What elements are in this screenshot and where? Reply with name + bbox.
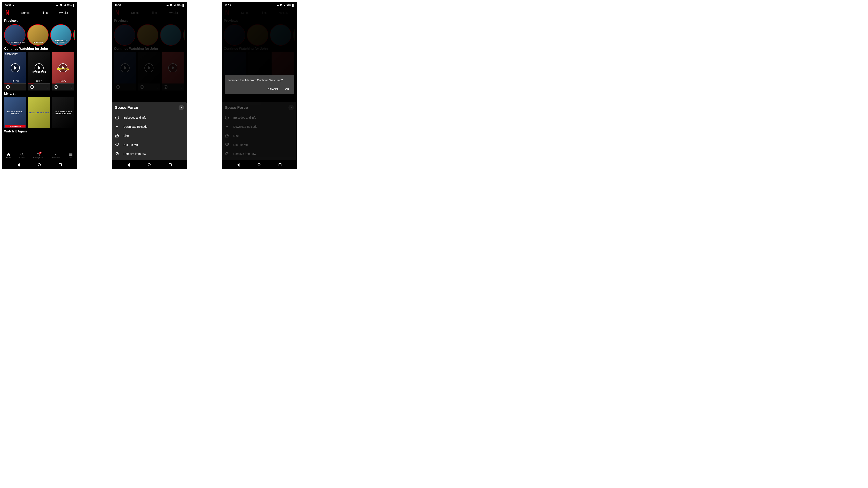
previews-section: Previews PEOPLE JUST DO NOTHING F is for…	[2, 18, 77, 46]
svg-rect-2	[37, 154, 40, 156]
download-icon	[54, 152, 58, 157]
sys-back-button[interactable]	[237, 163, 240, 167]
system-nav	[112, 161, 187, 169]
signal-icon	[173, 4, 176, 7]
thumbs-up-icon	[115, 133, 119, 138]
sys-home-button[interactable]	[38, 163, 41, 166]
vibrate-icon	[166, 4, 169, 7]
my-list-section: My List PEOPLE JUST DO NOTHING NEW EPISO…	[2, 91, 77, 128]
nav-search[interactable]: Search	[19, 152, 25, 159]
nav-my-list[interactable]: My List	[59, 11, 68, 14]
sys-home-button[interactable]	[257, 163, 260, 166]
vibrate-icon	[276, 4, 279, 7]
status-time: 10:59	[115, 4, 121, 7]
netflix-logo: N	[113, 8, 121, 17]
confirm-dialog: Remove this title from Continue Watching…	[225, 75, 294, 94]
poster-item[interactable]: BROOKLYN NINE-NINE	[28, 97, 50, 128]
remove-icon	[115, 152, 119, 156]
battery-icon	[292, 4, 294, 7]
status-bar: 10:59 92%	[2, 2, 77, 8]
phone-screen-home: 10:59 92% N Series Films My List Preview…	[2, 2, 77, 169]
cw-poster[interactable]: COMMUNITY S5:E13	[4, 52, 26, 84]
preview-item[interactable]: PEOPLE JUST DO NOTHING	[4, 24, 26, 46]
info-icon[interactable]: i	[6, 85, 10, 89]
status-bar: 10:59 92%	[222, 2, 297, 8]
info-icon[interactable]: i	[30, 85, 34, 89]
cancel-button[interactable]: CANCEL	[267, 86, 279, 92]
sheet-like[interactable]: Like	[115, 131, 184, 140]
poster-item[interactable]: PEOPLE JUST DO NOTHING NEW EPISODES	[4, 97, 26, 128]
sheet-download[interactable]: Download Episode	[115, 122, 184, 131]
preview-item[interactable]: AVATAR THE LAST AIRBENDER	[50, 24, 71, 46]
nav-series: Series	[131, 11, 140, 14]
nav-more[interactable]: More	[68, 152, 73, 159]
sys-back-button[interactable]	[127, 163, 130, 167]
nav-home[interactable]: Home	[6, 152, 11, 159]
bottom-sheet-dimmed: Space Force iEpisodes and info Download …	[222, 102, 297, 160]
nav-downloads[interactable]: Downloads	[52, 152, 60, 159]
cw-item: INTERVIEW 1h 52m i	[52, 52, 74, 91]
sys-recent-button[interactable]	[279, 163, 281, 166]
sys-recent-button[interactable]	[59, 163, 62, 166]
sheet-title: Space Force	[115, 105, 138, 110]
play-store-icon	[13, 4, 14, 6]
bottom-nav: Home Search 2 Coming Soon Downloads More	[2, 151, 77, 160]
continue-title: Continue Watching for John	[4, 47, 75, 51]
sheet-remove[interactable]: Remove from row	[115, 149, 184, 158]
close-icon[interactable]	[179, 105, 184, 110]
header-nav: N Series Films My List	[112, 8, 187, 18]
svg-point-0	[21, 153, 23, 155]
bottom-sheet: Space Force i Episodes and info Download…	[112, 102, 187, 160]
battery-percent: 92%	[67, 4, 71, 7]
phone-screen-dialog: 10:59 92% N Series Films My List Preview…	[222, 2, 297, 169]
wifi-icon	[279, 4, 282, 7]
sys-recent-button[interactable]	[169, 163, 172, 166]
play-icon[interactable]	[11, 63, 20, 72]
nav-my-list: My List	[169, 11, 178, 14]
system-nav	[2, 161, 77, 169]
wifi-icon	[169, 4, 173, 7]
nav-series[interactable]: Series	[21, 11, 30, 14]
status-time: 10:59	[225, 4, 231, 7]
system-nav	[222, 161, 297, 169]
battery-percent: 92%	[177, 4, 182, 7]
battery-icon	[72, 4, 74, 7]
svg-line-10	[226, 153, 228, 155]
sheet-episodes-info[interactable]: i Episodes and info	[115, 113, 184, 122]
ok-button[interactable]: OK	[284, 86, 290, 92]
cw-item: SPACE FORCE S1:E2 i	[28, 52, 50, 91]
poster-item[interactable]: IT'S ALWAYS SUNNY IN PHILADELPHIA	[52, 97, 74, 128]
svg-rect-5	[69, 154, 72, 155]
battery-icon	[182, 4, 184, 7]
preview-item[interactable]	[73, 24, 75, 46]
sys-back-button[interactable]	[17, 163, 20, 167]
battery-percent: 92%	[286, 4, 291, 7]
home-icon	[7, 152, 11, 157]
sys-home-button[interactable]	[148, 163, 151, 166]
svg-rect-4	[69, 153, 72, 154]
previews-title: Previews	[4, 19, 75, 23]
cw-poster[interactable]: INTERVIEW 1h 52m	[52, 52, 74, 84]
sheet-not-for-me[interactable]: Not For Me	[115, 140, 184, 149]
search-icon	[20, 152, 24, 157]
more-icon[interactable]	[48, 85, 48, 89]
vibrate-icon	[56, 4, 59, 7]
phone-screen-sheet: 10:59 92% N Series Films My List Preview…	[112, 2, 187, 169]
svg-rect-6	[69, 156, 72, 156]
more-icon[interactable]	[71, 85, 72, 89]
preview-item[interactable]: F is for Family	[27, 24, 49, 46]
info-icon[interactable]: i	[54, 85, 58, 89]
download-icon	[115, 124, 119, 129]
more-icon[interactable]	[24, 85, 24, 89]
netflix-logo[interactable]: N	[3, 8, 11, 17]
info-icon: i	[115, 116, 119, 120]
nav-coming-soon[interactable]: 2 Coming Soon	[33, 152, 43, 159]
cw-poster[interactable]: SPACE FORCE S1:E2	[28, 52, 50, 84]
status-bar: 10:59 92%	[112, 2, 187, 8]
nav-films[interactable]: Films	[41, 11, 48, 14]
dialog-text: Remove this title from Continue Watching…	[228, 78, 290, 82]
svg-rect-3	[37, 153, 39, 154]
svg-line-8	[116, 153, 118, 155]
header-nav: N Series Films My List	[2, 8, 77, 18]
wifi-icon	[60, 4, 63, 7]
